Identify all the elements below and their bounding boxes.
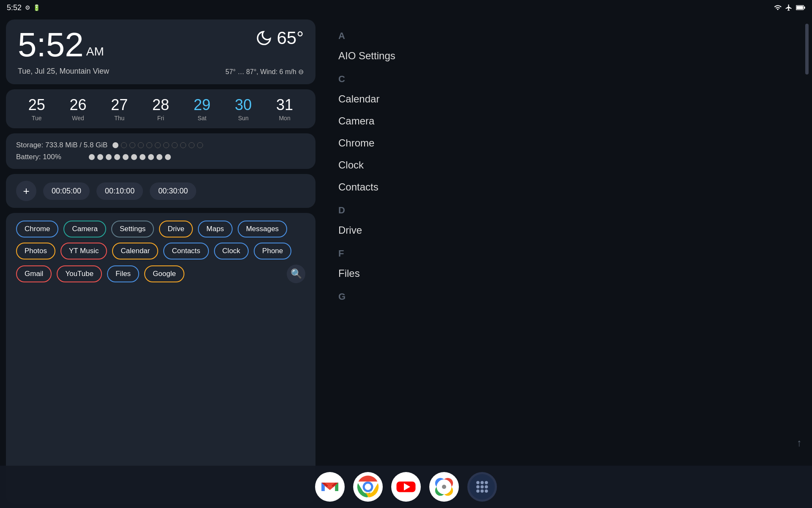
app-chip-calendar[interactable]: Calendar (112, 243, 158, 260)
storage-dot-4 (146, 142, 152, 148)
main-area: 5:52 AM 65° Tue, Jul 25, Mountain View (0, 15, 812, 508)
app-list-item-camera[interactable]: Camera (338, 110, 795, 132)
app-list: AAIO SettingsCCalendarCameraChromeClockC… (338, 30, 795, 302)
storage-dot-3 (138, 142, 144, 148)
calendar-day-25[interactable]: 25Tue (28, 96, 45, 121)
dock-apps-icon[interactable] (467, 472, 497, 502)
battery-dot-1 (97, 154, 103, 160)
battery-dot-7 (148, 154, 154, 160)
chrome-svg (355, 474, 381, 500)
status-icons: ⚙ 🔋 (25, 4, 40, 11)
stats-widget: Storage: 733.8 MiB / 5.8 GiB Battery: 10… (6, 133, 315, 169)
svg-rect-2 (796, 6, 803, 9)
search-button[interactable]: 🔍 (287, 265, 305, 283)
battery-full-icon (796, 5, 805, 11)
svg-point-19 (476, 489, 480, 493)
app-chip-contacts[interactable]: Contacts (163, 243, 208, 260)
settings-icon: ⚙ (25, 4, 30, 11)
app-chip-yt-music[interactable]: YT Music (60, 243, 107, 260)
battery-icon: 🔋 (33, 4, 40, 11)
photos-svg (431, 474, 457, 500)
apps-row-2: PhotosYT MusicCalendarContactsClockPhone (16, 243, 305, 260)
apps-svg (469, 474, 495, 500)
weather-temperature: 65° (277, 28, 304, 48)
app-list-item-clock[interactable]: Clock (338, 154, 795, 176)
calendar-day-31[interactable]: 31Mon (276, 96, 293, 121)
apps-row-3: GmailYouTubeFilesGoogle (16, 265, 184, 282)
timer-preset-00:10:00[interactable]: 00:10:00 (96, 182, 143, 200)
dock-gmail-icon[interactable] (315, 472, 345, 502)
right-panel[interactable]: AAIO SettingsCCalendarCameraChromeClockC… (321, 15, 812, 508)
storage-dot-5 (155, 142, 161, 148)
svg-point-17 (480, 485, 484, 489)
svg-point-18 (485, 485, 488, 489)
dock-youtube-icon[interactable] (391, 472, 421, 502)
storage-dot-1 (121, 142, 127, 148)
calendar-day-28[interactable]: 28Fri (152, 96, 169, 121)
gmail-svg (317, 474, 343, 500)
battery-dots (89, 154, 171, 160)
weather-temp: 65° (255, 28, 304, 48)
scrollbar[interactable] (805, 24, 809, 75)
storage-dot-7 (172, 142, 178, 148)
search-icon: 🔍 (291, 268, 302, 279)
app-list-item-drive[interactable]: Drive (338, 219, 795, 241)
clock-hour: 5 (18, 26, 37, 64)
app-list-item-chrome[interactable]: Chrome (338, 132, 795, 154)
app-chip-drive[interactable]: Drive (159, 221, 193, 237)
upload-arrow[interactable]: ↑ (797, 437, 802, 449)
app-list-item-calendar[interactable]: Calendar (338, 88, 795, 110)
svg-point-13 (476, 481, 480, 484)
clock-date: Tue, Jul 25, Mountain View (18, 67, 109, 76)
calendar-day-30[interactable]: 30Sun (235, 96, 252, 121)
time-display: 5:52 AM (18, 28, 104, 62)
battery-dot-2 (106, 154, 112, 160)
storage-dots (112, 142, 203, 148)
timer-preset-00:05:00[interactable]: 00:05:00 (43, 182, 90, 200)
storage-dot-0 (112, 142, 118, 148)
status-time: 5:52 (7, 3, 22, 12)
app-list-section-A: A (338, 30, 795, 41)
battery-row: Battery: 100% (16, 153, 305, 161)
clock-main: 5:52 AM 65° (18, 28, 304, 62)
storage-dot-9 (189, 142, 195, 148)
app-list-item-contacts[interactable]: Contacts (338, 176, 795, 198)
app-chip-messages[interactable]: Messages (238, 221, 287, 237)
app-chip-phone[interactable]: Phone (254, 243, 291, 260)
storage-label: Storage: 733.8 MiB / 5.8 GiB (16, 141, 107, 149)
app-chip-settings[interactable]: Settings (111, 221, 154, 237)
dock (0, 466, 812, 508)
app-chip-youtube[interactable]: YouTube (57, 265, 102, 282)
battery-dot-3 (114, 154, 120, 160)
timer-preset-00:30:00[interactable]: 00:30:00 (150, 182, 196, 200)
calendar-day-26[interactable]: 26Wed (70, 96, 87, 121)
storage-dot-6 (163, 142, 169, 148)
app-list-item-aio-settings[interactable]: AIO Settings (338, 45, 795, 67)
app-chip-gmail[interactable]: Gmail (16, 265, 52, 282)
app-chip-camera[interactable]: Camera (63, 221, 106, 237)
app-chip-photos[interactable]: Photos (16, 243, 55, 260)
calendar-widget[interactable]: 25Tue26Wed27Thu28Fri29Sat30Sun31Mon (6, 89, 315, 128)
calendar-day-27[interactable]: 27Thu (111, 96, 128, 121)
battery-dot-9 (165, 154, 171, 160)
weather-detail: 57° … 87°, Wind: 6 m/h ⊖ (225, 68, 304, 76)
app-chip-files[interactable]: Files (107, 265, 139, 282)
timer-add-button[interactable]: + (16, 181, 36, 201)
app-chip-google[interactable]: Google (144, 265, 184, 282)
dock-photos-icon[interactable] (429, 472, 459, 502)
battery-label: Battery: 100% (16, 153, 84, 161)
left-panel: 5:52 AM 65° Tue, Jul 25, Mountain View (0, 15, 321, 508)
battery-dot-5 (131, 154, 137, 160)
storage-dot-2 (129, 142, 135, 148)
app-list-item-files[interactable]: Files (338, 262, 795, 284)
svg-point-11 (442, 485, 446, 489)
app-chip-chrome[interactable]: Chrome (16, 221, 58, 237)
moon-icon (255, 30, 272, 47)
apps-widget: ChromeCameraSettingsDriveMapsMessages Ph… (6, 213, 315, 504)
calendar-day-29[interactable]: 29Sat (194, 96, 211, 121)
app-chip-clock[interactable]: Clock (214, 243, 249, 260)
dock-chrome-icon[interactable] (353, 472, 383, 502)
app-list-section-C: C (338, 74, 795, 85)
app-chip-maps[interactable]: Maps (198, 221, 233, 237)
airplane-icon (785, 4, 793, 11)
